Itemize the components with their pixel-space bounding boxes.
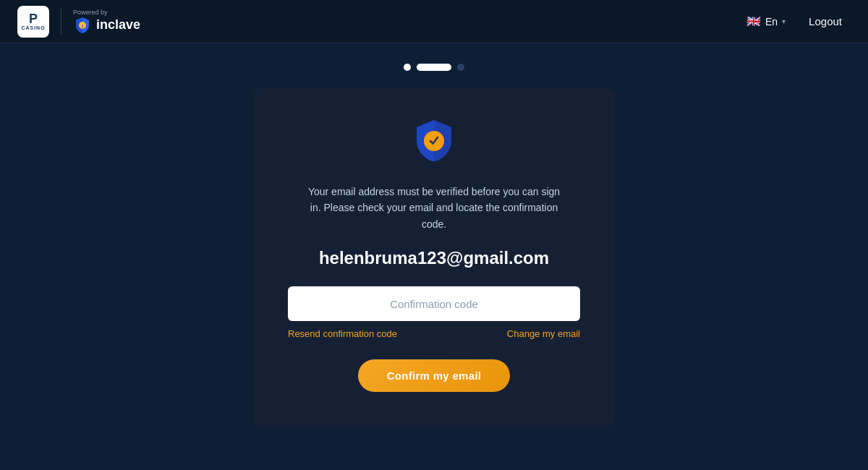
powered-by-section: Powered by ! inclave — [73, 9, 140, 35]
verification-card: Your email address must be verified befo… — [253, 88, 615, 427]
main-content: Your email address must be verified befo… — [0, 43, 868, 427]
step-dot-1 — [404, 64, 411, 71]
language-selector[interactable]: 🇬🇧 En ▾ — [746, 14, 786, 28]
punt-casino-logo: P CASINO — [17, 6, 49, 38]
powered-by-text: Powered by — [73, 9, 108, 16]
chevron-down-icon: ▾ — [782, 17, 786, 25]
lang-label: En — [765, 16, 778, 27]
svg-text:!: ! — [82, 23, 84, 30]
step-bar-active — [417, 64, 451, 71]
confirm-email-button[interactable]: Confirm my email — [358, 359, 511, 392]
inclave-name-text: inclave — [96, 17, 140, 33]
links-row: Resend confirmation code Change my email — [288, 328, 580, 339]
email-display: helenbruma123@gmail.com — [319, 247, 549, 269]
punt-casino-text: CASINO — [21, 25, 45, 30]
resend-confirmation-button[interactable]: Resend confirmation code — [288, 328, 397, 339]
header-right: 🇬🇧 En ▾ Logout — [746, 11, 851, 32]
header: P CASINO Powered by ! inclave 🇬🇧 En ▾ — [0, 0, 868, 43]
verification-description: Your email address must be verified befo… — [304, 184, 564, 232]
punt-logo-box: P CASINO — [17, 6, 49, 38]
header-divider — [61, 9, 61, 35]
inclave-logo: ! inclave — [73, 16, 140, 35]
change-email-button[interactable]: Change my email — [507, 328, 580, 339]
inclave-shield-icon: ! — [73, 16, 92, 35]
flag-icon: 🇬🇧 — [746, 14, 761, 28]
shield-container — [411, 117, 457, 166]
step-dot-3 — [457, 64, 464, 71]
confirmation-code-input[interactable] — [288, 286, 580, 321]
header-left: P CASINO Powered by ! inclave — [17, 6, 140, 38]
punt-p-letter: P — [29, 12, 38, 25]
logout-button[interactable]: Logout — [800, 11, 851, 32]
step-indicators — [404, 64, 464, 71]
security-shield-icon — [411, 117, 457, 163]
